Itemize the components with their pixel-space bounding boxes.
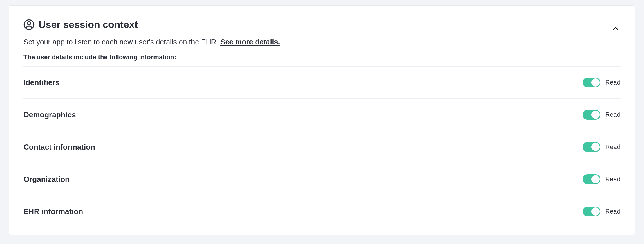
row-controls: Read <box>583 142 621 152</box>
row-controls: Read <box>583 174 621 184</box>
row-label: Identifiers <box>23 78 59 87</box>
row-ehr-information: EHR information Read <box>23 195 621 227</box>
toggle-knob <box>591 207 600 216</box>
toggle-identifiers[interactable] <box>583 78 600 87</box>
permission-rows: Identifiers Read Demographics Read <box>23 66 621 227</box>
toggle-knob <box>591 78 600 87</box>
user-session-context-panel: User session context Set your app to lis… <box>9 5 635 235</box>
row-label: Demographics <box>23 110 76 119</box>
row-label: Contact information <box>23 143 95 152</box>
toggle-knob <box>591 143 600 151</box>
row-controls: Read <box>583 78 621 87</box>
panel-subtitle-text: Set your app to listen to each new user'… <box>23 38 220 46</box>
row-label: EHR information <box>23 207 83 216</box>
panel-title: User session context <box>39 19 138 30</box>
toggle-ehr-information[interactable] <box>583 207 600 216</box>
toggle-knob <box>591 175 600 183</box>
row-demographics: Demographics Read <box>23 99 621 131</box>
row-contact-information: Contact information Read <box>23 131 621 163</box>
row-controls: Read <box>583 110 621 120</box>
permission-label: Read <box>605 143 621 151</box>
row-label: Organization <box>23 175 70 184</box>
toggle-organization[interactable] <box>583 174 600 184</box>
panel-subtitle: Set your app to listen to each new user'… <box>23 37 621 47</box>
svg-point-1 <box>28 22 31 25</box>
toggle-contact-information[interactable] <box>583 142 600 152</box>
chevron-up-icon <box>612 25 619 33</box>
permission-label: Read <box>605 111 621 119</box>
row-organization: Organization Read <box>23 163 621 195</box>
details-include-label: The user details include the following i… <box>23 53 621 61</box>
row-controls: Read <box>583 207 621 216</box>
row-identifiers: Identifiers Read <box>23 67 621 99</box>
toggle-knob <box>591 111 600 119</box>
user-icon <box>23 19 35 30</box>
see-more-details-link[interactable]: See more details. <box>220 38 280 46</box>
collapse-toggle[interactable] <box>611 24 621 34</box>
panel-header: User session context <box>23 19 621 30</box>
toggle-demographics[interactable] <box>583 110 600 120</box>
permission-label: Read <box>605 175 621 183</box>
permission-label: Read <box>605 208 621 215</box>
permission-label: Read <box>605 79 621 86</box>
